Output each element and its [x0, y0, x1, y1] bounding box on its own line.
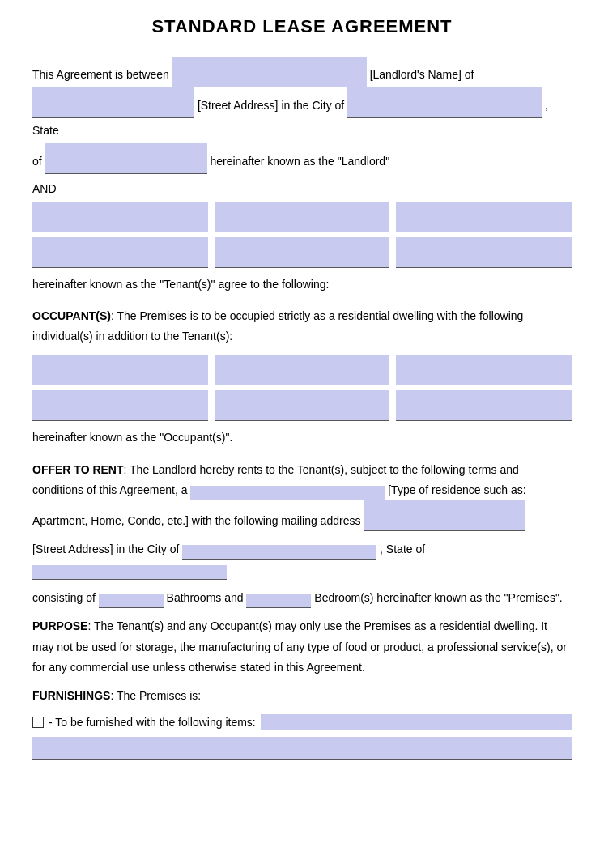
offer-text4: , State of [380, 542, 425, 555]
city-field-2[interactable] [182, 545, 376, 560]
furnishings-section: FURNISHINGS: The Premises is: - To be fu… [32, 686, 572, 760]
furnishings-text: : The Premises is: [110, 689, 201, 702]
bedrooms-count-field[interactable] [246, 594, 311, 608]
offer-para-2: [Street Address] in the City of , State … [32, 539, 572, 580]
tenant-field-5[interactable] [215, 237, 390, 268]
tenant-field-2[interactable] [215, 202, 390, 232]
occupants-heading-para: OCCUPANT(S): The Premises is to be occup… [32, 306, 572, 347]
furnished-items-extra-field[interactable] [32, 737, 572, 760]
furnishing-option-1-row: - To be furnished with the following ite… [32, 714, 572, 730]
intro-text-5: of [32, 155, 42, 168]
purpose-heading: PURPOSE [32, 619, 87, 632]
purpose-para: PURPOSE: The Tenant(s) and any Occupant(… [32, 616, 572, 678]
intro-paragraph: This Agreement is between [Landlord's Na… [32, 57, 572, 174]
furnishings-heading: FURNISHINGS [32, 689, 110, 702]
tenant-field-6[interactable] [396, 237, 572, 268]
street-address-field-1[interactable] [32, 87, 194, 118]
bathrooms-count-field[interactable] [99, 594, 164, 608]
tenant-field-3[interactable] [396, 202, 572, 232]
offer-text6: Bathrooms and [167, 591, 244, 604]
furnishings-heading-para: FURNISHINGS: The Premises is: [32, 686, 572, 706]
tenant-field-1[interactable] [32, 202, 208, 232]
occupants-section: OCCUPANT(S): The Premises is to be occup… [32, 306, 572, 449]
occupant-field-4[interactable] [32, 390, 208, 421]
occupants-post-text: hereinafter known as the "Occupant(s)". [32, 428, 572, 448]
purpose-section: PURPOSE: The Tenant(s) and any Occupant(… [32, 616, 572, 678]
offer-heading: OFFER TO RENT [32, 463, 124, 476]
intro-text-6: hereinafter known as the "Landlord" [210, 155, 389, 168]
mailing-address-field[interactable] [364, 500, 525, 531]
furnished-items-field[interactable] [261, 714, 572, 730]
occupant-field-5[interactable] [215, 390, 390, 421]
occupant-field-6[interactable] [396, 390, 572, 421]
state-field-1[interactable] [45, 143, 207, 174]
occupants-heading: OCCUPANT(S) [32, 309, 111, 322]
purpose-text: : The Tenant(s) and any Occupant(s) may … [32, 619, 567, 673]
offer-section: OFFER TO RENT: The Landlord hereby rents… [32, 460, 572, 609]
intro-section: This Agreement is between [Landlord's Na… [32, 57, 572, 174]
occupant-field-2[interactable] [215, 355, 390, 385]
tenant-field-4[interactable] [32, 237, 208, 268]
state-field-2[interactable] [32, 565, 227, 580]
furnished-label: - To be furnished with the following ite… [49, 716, 256, 729]
intro-text-3: [Street Address] in the City of [198, 99, 344, 112]
residence-type-field[interactable] [190, 486, 385, 500]
landlord-name-field[interactable] [172, 57, 367, 87]
offer-para-1: OFFER TO RENT: The Landlord hereby rents… [32, 460, 572, 531]
occupant-field-1[interactable] [32, 355, 208, 385]
furnished-checkbox[interactable] [32, 717, 44, 728]
intro-text-2: [Landlord's Name] of [370, 68, 474, 81]
occupant-fields-grid [32, 355, 572, 421]
offer-text7: Bedroom(s) hereinafter known as the "Pre… [314, 591, 562, 604]
occupant-field-3[interactable] [396, 355, 572, 385]
intro-text-1: This Agreement is between [32, 68, 169, 81]
tenant-fields-grid [32, 202, 572, 268]
page-title: STANDARD LEASE AGREEMENT [32, 16, 572, 37]
city-field-1[interactable] [347, 87, 542, 118]
offer-text3: [Street Address] in the City of [32, 542, 179, 555]
and-label: AND [32, 182, 572, 195]
offer-text5: consisting of [32, 591, 96, 604]
offer-para-3: consisting of Bathrooms and Bedroom(s) h… [32, 588, 572, 608]
tenant-post-text: hereinafter known as the "Tenant(s)" agr… [32, 274, 572, 295]
